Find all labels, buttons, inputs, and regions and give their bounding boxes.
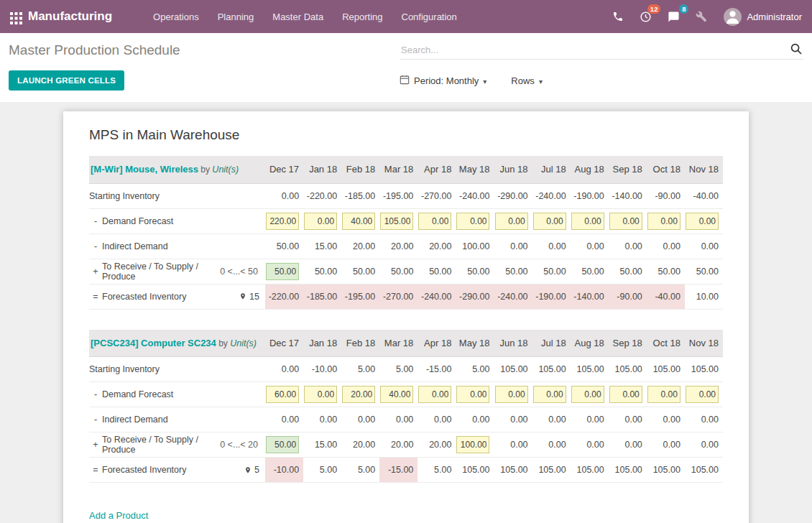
demand-forecast-input[interactable] — [342, 386, 375, 403]
indirect-demand-cell: 0.00 — [685, 407, 723, 432]
action-buttons: LAUNCH GREEN CELLS — [9, 70, 400, 91]
nav-menu-planning[interactable]: Planning — [208, 1, 264, 32]
message-count-badge: 8 — [679, 4, 688, 14]
chevron-down-icon — [483, 75, 486, 86]
period-dropdown[interactable]: Period: Monthly — [400, 75, 486, 87]
to-supply-cell: 50.00 — [609, 259, 647, 284]
indirect-demand-row: -Indirect Demand50.0015.0020.0020.0020.0… — [89, 233, 723, 259]
to-supply-cell: 0.00 — [571, 432, 609, 458]
to-supply-cell: 20.00 — [379, 432, 417, 458]
uom-link[interactable]: Unit(s) — [212, 165, 239, 175]
by-label: by — [198, 165, 212, 175]
indirect-demand-cell: 0.00 — [303, 407, 341, 432]
supply-input[interactable] — [266, 263, 299, 280]
demand-forecast-input[interactable] — [609, 386, 642, 403]
starting-inventory-cell: -195.00 — [379, 183, 417, 208]
row-sign: - — [89, 407, 102, 432]
to-supply-cell: 50.00 — [417, 259, 456, 284]
demand-forecast-input[interactable] — [647, 213, 680, 230]
demand-forecast-input[interactable] — [456, 213, 489, 230]
forecasted-inventory-cell: 105.00 — [494, 458, 532, 483]
indirect-demand-cell: 20.00 — [417, 233, 456, 259]
starting-inventory-cell: -240.00 — [456, 183, 494, 208]
demand-forecast-input[interactable] — [304, 213, 337, 230]
demand-forecast-input[interactable] — [456, 386, 489, 403]
starting-inventory-cell: 5.00 — [341, 357, 379, 382]
forecasted-inventory-cell: 5.00 — [341, 458, 379, 483]
demand-forecast-input[interactable] — [495, 386, 528, 403]
to-supply-cell: 0.00 — [609, 432, 647, 458]
user-menu[interactable]: Administrator — [724, 8, 802, 26]
apps-grid-icon[interactable] — [7, 9, 28, 24]
starting-inventory-cell: 105.00 — [494, 357, 532, 382]
starting-inventory-label: Starting Inventory — [89, 191, 160, 201]
demand-forecast-input[interactable] — [304, 386, 337, 403]
forecasted-inventory-cell: -240.00 — [494, 284, 532, 309]
search-input[interactable] — [400, 41, 803, 60]
activities-icon[interactable]: 12 — [633, 6, 658, 27]
to-supply-label: To Receive / To Supply / Produce — [102, 435, 220, 455]
month-header: Aug 18 — [571, 330, 609, 357]
indirect-demand-cell: 0.00 — [494, 407, 532, 432]
location-pin-icon: 5 — [244, 465, 259, 475]
month-header: Oct 18 — [647, 156, 685, 183]
indirect-demand-cell: 0.00 — [685, 233, 723, 259]
month-header: Sep 18 — [609, 156, 647, 183]
add-product-link[interactable]: Add a Product — [89, 510, 148, 521]
month-header: Jul 18 — [532, 330, 571, 357]
demand-forecast-input[interactable] — [647, 386, 680, 403]
app-name[interactable]: Manufacturing — [28, 9, 112, 24]
nav-menu-reporting[interactable]: Reporting — [333, 1, 392, 32]
demand-forecast-input[interactable] — [686, 213, 719, 230]
demand-forecast-input[interactable] — [571, 386, 604, 403]
indirect-demand-label-cell: Indirect Demand — [102, 407, 265, 432]
demand-forecast-input[interactable] — [571, 213, 604, 230]
supply-input[interactable] — [266, 436, 299, 453]
activity-count-badge: 12 — [647, 4, 661, 14]
month-header: Jan 18 — [303, 156, 341, 183]
product-link[interactable]: [PCSC234] Computer SC234 — [91, 338, 216, 348]
demand-forecast-input[interactable] — [418, 386, 451, 403]
demand-forecast-input[interactable] — [266, 213, 299, 230]
search-icon[interactable] — [790, 43, 802, 57]
indirect-demand-cell: 100.00 — [456, 233, 494, 259]
indirect-demand-label-cell: Indirect Demand — [102, 233, 265, 259]
starting-inventory-cell: -220.00 — [303, 183, 341, 208]
product-link[interactable]: [M-Wir] Mouse, Wireless — [91, 164, 198, 175]
starting-inventory-cell: 5.00 — [379, 357, 417, 382]
demand-forecast-input[interactable] — [266, 386, 299, 403]
demand-forecast-input[interactable] — [533, 213, 566, 230]
phone-icon[interactable] — [606, 6, 630, 27]
forecasted-inventory-label: Forecasted Inventory — [102, 292, 186, 302]
demand-forecast-cell — [379, 208, 417, 233]
avatar — [724, 8, 742, 26]
demand-forecast-input[interactable] — [380, 386, 413, 403]
to-supply-cell: 0.00 — [685, 432, 723, 458]
demand-forecast-input[interactable] — [418, 213, 451, 230]
launch-green-cells-button[interactable]: LAUNCH GREEN CELLS — [9, 70, 124, 91]
demand-forecast-input[interactable] — [609, 213, 642, 230]
demand-forecast-cell — [532, 382, 571, 407]
forecasted-inventory-cell: -40.00 — [647, 284, 685, 309]
nav-menu-master-data[interactable]: Master Data — [263, 1, 333, 32]
row-sign: = — [89, 284, 102, 309]
supply-input[interactable] — [456, 436, 489, 453]
to-supply-cell: 0.00 — [494, 432, 532, 458]
demand-forecast-input[interactable] — [495, 213, 528, 230]
to-supply-cell: 50.00 — [303, 259, 341, 284]
demand-forecast-row: -Demand Forecast — [89, 382, 723, 407]
nav-menu-operations[interactable]: Operations — [144, 1, 208, 32]
demand-forecast-input[interactable] — [686, 386, 719, 403]
uom-link[interactable]: Unit(s) — [230, 338, 257, 348]
demand-forecast-input[interactable] — [380, 213, 413, 230]
tools-icon[interactable] — [689, 6, 714, 27]
demand-forecast-input[interactable] — [342, 213, 375, 230]
indirect-demand-cell: 0.00 — [609, 407, 647, 432]
mps-card: MPS in Main Warehouse [M-Wir] Mouse, Wir… — [63, 111, 749, 523]
row-sign: - — [89, 233, 102, 259]
forecasted-inventory-cell: 5.00 — [417, 458, 456, 483]
demand-forecast-input[interactable] — [533, 386, 566, 403]
nav-menu-configuration[interactable]: Configuration — [392, 1, 466, 32]
messages-icon[interactable]: 8 — [661, 6, 686, 27]
rows-dropdown[interactable]: Rows — [511, 75, 543, 86]
